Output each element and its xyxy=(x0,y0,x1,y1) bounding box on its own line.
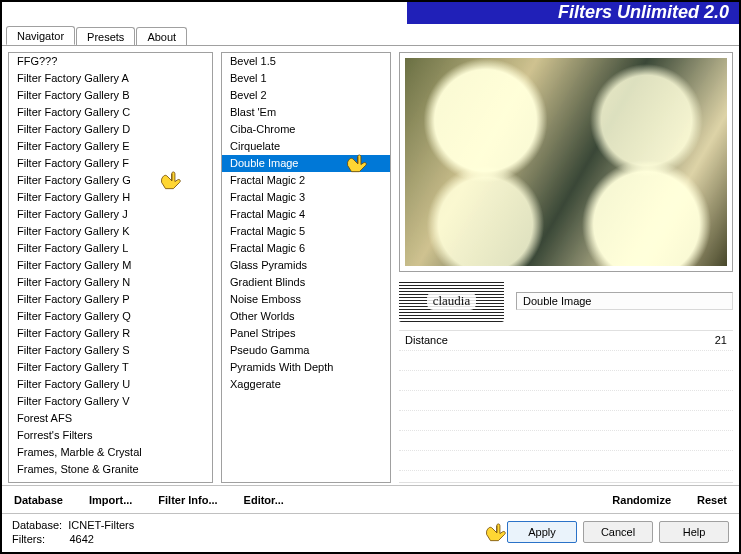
filter-item[interactable]: Xaggerate xyxy=(222,376,390,393)
slider-label: Distance xyxy=(405,334,448,347)
category-item[interactable]: Filter Factory Gallery K xyxy=(9,223,212,240)
current-filter-label: Double Image xyxy=(516,292,733,310)
pointer-hand-icon xyxy=(483,521,509,543)
database-button[interactable]: Database xyxy=(10,492,67,508)
filter-item[interactable]: Glass Pyramids xyxy=(222,257,390,274)
filter-item[interactable]: Panel Stripes xyxy=(222,325,390,342)
apply-button[interactable]: Apply xyxy=(507,521,577,543)
category-item[interactable]: Filter Factory Gallery D xyxy=(9,121,212,138)
category-item[interactable]: Filter Factory Gallery F xyxy=(9,155,212,172)
slider-row xyxy=(399,451,733,471)
author-stamp: claudia xyxy=(399,280,504,322)
tab-navigator[interactable]: Navigator xyxy=(6,26,75,45)
filter-list[interactable]: Bevel 1.5Bevel 1Bevel 2Blast 'EmCiba-Chr… xyxy=(221,52,391,483)
category-item[interactable]: Frames, Stone & Granite xyxy=(9,461,212,478)
category-item[interactable]: Filter Factory Gallery T xyxy=(9,359,212,376)
filter-item[interactable]: Fractal Magic 6 xyxy=(222,240,390,257)
tab-about[interactable]: About xyxy=(136,27,187,45)
category-item[interactable]: Filter Factory Gallery E xyxy=(9,138,212,155)
category-item[interactable]: Filter Factory Gallery N xyxy=(9,274,212,291)
filter-item[interactable]: Fractal Magic 4 xyxy=(222,206,390,223)
category-item[interactable]: Filter Factory Gallery G xyxy=(9,172,212,189)
slider-row xyxy=(399,411,733,431)
slider-row xyxy=(399,371,733,391)
parameter-sliders: Distance21 xyxy=(399,330,733,483)
category-item[interactable]: Filter Factory Gallery C xyxy=(9,104,212,121)
category-item[interactable]: Filter Factory Gallery P xyxy=(9,291,212,308)
filter-item[interactable]: Fractal Magic 5 xyxy=(222,223,390,240)
category-item[interactable]: FFG??? xyxy=(9,53,212,70)
preview-box xyxy=(399,52,733,272)
status-filters-value: 4642 xyxy=(69,533,93,545)
category-item[interactable]: Filter Factory Gallery L xyxy=(9,240,212,257)
filter-item[interactable]: Pyramids With Depth xyxy=(222,359,390,376)
filter-item[interactable]: Bevel 1 xyxy=(222,70,390,87)
title-bar: Filters Unlimited 2.0 xyxy=(2,2,739,24)
category-item[interactable]: Frames, Marble & Crystal xyxy=(9,444,212,461)
editor-button[interactable]: Editor... xyxy=(240,492,288,508)
app-title: Filters Unlimited 2.0 xyxy=(558,2,729,23)
filter-item[interactable]: Ciba-Chrome xyxy=(222,121,390,138)
filter-item[interactable]: Bevel 2 xyxy=(222,87,390,104)
preview-image xyxy=(405,58,727,266)
randomize-button[interactable]: Randomize xyxy=(608,492,675,508)
filter-item[interactable]: Other Worlds xyxy=(222,308,390,325)
category-item[interactable]: Filter Factory Gallery A xyxy=(9,70,212,87)
slider-row xyxy=(399,391,733,411)
category-item[interactable]: Forest AFS xyxy=(9,410,212,427)
category-item[interactable]: Filter Factory Gallery J xyxy=(9,206,212,223)
slider-row xyxy=(399,431,733,451)
status-db-label: Database: xyxy=(12,519,62,531)
slider-row[interactable]: Distance21 xyxy=(399,331,733,351)
filter-item[interactable]: Fractal Magic 3 xyxy=(222,189,390,206)
category-item[interactable]: Filter Factory Gallery U xyxy=(9,376,212,393)
category-item[interactable]: Filter Factory Gallery H xyxy=(9,189,212,206)
tab-strip: Navigator Presets About xyxy=(2,24,739,46)
pointer-hand-icon xyxy=(344,152,370,174)
slider-value: 21 xyxy=(715,334,727,347)
slider-row xyxy=(399,351,733,371)
author-stamp-text: claudia xyxy=(427,292,477,310)
category-item[interactable]: Filter Factory Gallery Q xyxy=(9,308,212,325)
reset-button[interactable]: Reset xyxy=(693,492,731,508)
cancel-button[interactable]: Cancel xyxy=(583,521,653,543)
filter-item[interactable]: Bevel 1.5 xyxy=(222,53,390,70)
filter-item[interactable]: Gradient Blinds xyxy=(222,274,390,291)
category-list[interactable]: FFG???Filter Factory Gallery AFilter Fac… xyxy=(8,52,213,483)
filter-info-button[interactable]: Filter Info... xyxy=(154,492,221,508)
category-item[interactable]: Filter Factory Gallery S xyxy=(9,342,212,359)
status-db-value: ICNET-Filters xyxy=(68,519,134,531)
filter-item[interactable]: Double Image xyxy=(222,155,390,172)
import-button[interactable]: Import... xyxy=(85,492,136,508)
pointer-hand-icon xyxy=(158,169,184,191)
filter-item[interactable]: Fractal Magic 2 xyxy=(222,172,390,189)
filter-item[interactable]: Cirquelate xyxy=(222,138,390,155)
filter-item[interactable]: Pseudo Gamma xyxy=(222,342,390,359)
category-item[interactable]: Filter Factory Gallery V xyxy=(9,393,212,410)
category-item[interactable]: Filter Factory Gallery M xyxy=(9,257,212,274)
status-filters-label: Filters: xyxy=(12,533,45,545)
category-item[interactable]: Filter Factory Gallery R xyxy=(9,325,212,342)
category-item[interactable]: Filter Factory Gallery B xyxy=(9,87,212,104)
filter-item[interactable]: Noise Emboss xyxy=(222,291,390,308)
help-button[interactable]: Help xyxy=(659,521,729,543)
category-item[interactable]: Forrest's Filters xyxy=(9,427,212,444)
filter-item[interactable]: Blast 'Em xyxy=(222,104,390,121)
status-text: Database: ICNET-Filters Filters: 4642 xyxy=(12,518,134,546)
tab-presets[interactable]: Presets xyxy=(76,27,135,45)
